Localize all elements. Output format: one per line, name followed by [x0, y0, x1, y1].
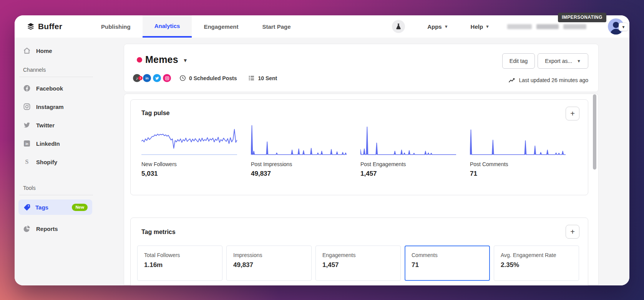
sidebar-item-twitter[interactable]: Twitter: [23, 116, 119, 134]
metric-value: 71: [470, 170, 566, 178]
sidebar-item-shopify[interactable]: S Shopify: [23, 153, 119, 171]
metric-tiles-row: Total Followers 1.16m Impressions 49,837…: [137, 246, 579, 281]
linkedin-icon: in: [23, 140, 31, 147]
alert-badge: !: [138, 76, 143, 80]
labs-flask-button[interactable]: [392, 20, 405, 33]
sidebar-item-label: Shopify: [36, 159, 57, 165]
brand-name: Buffer: [38, 22, 62, 31]
tag-header-panel: Memes ▼ ♪ ! in: [124, 44, 599, 92]
tag-pulse-card: Tag pulse + New Followers 5,031 Post Imp…: [130, 99, 588, 195]
tag-meta-row: ♪ ! in 0 Scheduled Posts: [133, 74, 277, 82]
tab-engagement[interactable]: Engagement: [192, 15, 250, 38]
metric-value: 49,837: [251, 170, 347, 178]
tag-metrics-card: Tag metrics + Total Followers 1.16m Impr…: [130, 218, 588, 285]
tools-section-label: Tools: [23, 185, 119, 191]
tile-value: 49,837: [233, 261, 311, 269]
pulse-metric: Post Comments 71: [470, 124, 566, 178]
sidebar-item-linkedin[interactable]: in LinkedIn: [23, 134, 119, 153]
sidebar: Home Channels Facebook Instagram: [15, 38, 119, 285]
tag-color-dot: [137, 57, 142, 63]
edit-tag-button[interactable]: Edit tag: [502, 53, 535, 69]
sidebar-item-tags[interactable]: Tags New: [18, 199, 92, 215]
card-title: Tag pulse: [141, 110, 170, 117]
nav-right-group: Apps▼ Help▼: [392, 15, 586, 38]
chevron-down-icon: ▼: [577, 59, 581, 63]
list-icon: [248, 75, 255, 81]
pulse-metric: Post Engagements 1,457: [360, 124, 456, 178]
home-icon: [23, 47, 31, 54]
shopify-icon: S: [23, 158, 31, 166]
tag-switcher-caret[interactable]: ▼: [183, 56, 188, 63]
top-navbar: Buffer Publishing Analytics Engagement S…: [15, 15, 629, 38]
tile-label: Engagements: [322, 252, 400, 258]
tiktok-avatar-icon[interactable]: ♪ !: [133, 74, 141, 82]
tile-label: Comments: [412, 252, 489, 258]
tile-value: 1,457: [322, 261, 400, 269]
pie-chart-icon: [23, 225, 31, 232]
metric-value: 5,031: [141, 170, 237, 178]
sidebar-item-label: Reports: [36, 226, 58, 232]
facebook-icon: [23, 84, 31, 92]
sidebar-item-label: Facebook: [36, 85, 63, 92]
tile-label: Total Followers: [144, 252, 222, 258]
tag-title-row: Memes ▼: [133, 54, 188, 65]
divider: [19, 77, 93, 77]
tile-comments-selected[interactable]: Comments 71: [405, 246, 490, 281]
chevron-down-icon: ▼: [444, 25, 448, 29]
tab-start-page[interactable]: Start Page: [250, 15, 302, 38]
sidebar-item-reports[interactable]: Reports: [23, 220, 58, 237]
tag-channel-avatars: ♪ ! in: [133, 74, 171, 82]
app-body: Home Channels Facebook Instagram: [15, 38, 629, 285]
redacted-user-name: [507, 24, 586, 29]
trending-icon: [508, 77, 515, 83]
flask-icon: [395, 23, 402, 30]
tab-analytics[interactable]: Analytics: [143, 15, 192, 38]
buffer-stack-icon: [27, 23, 35, 30]
tag-icon: [23, 203, 31, 211]
vertical-scrollbar[interactable]: [593, 94, 596, 170]
metric-label: Post Engagements: [360, 161, 456, 167]
chevron-down-icon: ▼: [485, 25, 490, 29]
page-title: Memes: [145, 54, 178, 65]
sidebar-item-home[interactable]: Home: [23, 45, 119, 56]
twitter-icon: [23, 121, 31, 129]
buffer-logo[interactable]: Buffer: [27, 15, 62, 38]
sparkline-new-followers: [141, 124, 237, 156]
add-metric-button[interactable]: +: [566, 225, 579, 239]
help-menu[interactable]: Help▼: [471, 23, 490, 30]
account-dropdown-caret[interactable]: ▼: [619, 23, 628, 31]
sidebar-item-label: Home: [36, 48, 52, 54]
divider: [19, 195, 93, 195]
sparkline-post-engagements: [360, 124, 456, 156]
impersonating-badge: IMPERSONATING: [558, 13, 606, 22]
tile-label: Avg. Engagement Rate: [501, 252, 579, 258]
tile-value: 2.35%: [501, 261, 579, 269]
channels-section-label: Channels: [23, 67, 119, 73]
add-metric-button[interactable]: +: [566, 107, 579, 120]
twitter-avatar-icon[interactable]: [153, 74, 161, 82]
metric-label: Post Comments: [470, 161, 566, 167]
metric-value: 1,457: [360, 170, 456, 178]
sparkline-post-impressions: [251, 124, 347, 156]
main-content: Memes ▼ ♪ ! in: [124, 44, 599, 285]
tab-publishing[interactable]: Publishing: [89, 15, 143, 38]
card-title: Tag metrics: [141, 229, 176, 236]
instagram-avatar-icon[interactable]: [163, 74, 171, 82]
tile-avg-engagement-rate[interactable]: Avg. Engagement Rate 2.35%: [494, 246, 579, 281]
analytics-scroll-panel: Tag pulse + New Followers 5,031 Post Imp…: [124, 94, 599, 285]
new-badge: New: [72, 204, 88, 211]
tile-value: 1.16m: [144, 261, 222, 269]
tile-impressions[interactable]: Impressions 49,837: [226, 246, 312, 281]
primary-nav: Publishing Analytics Engagement Start Pa…: [89, 15, 303, 38]
clock-icon: [179, 75, 186, 81]
linkedin-avatar-icon[interactable]: in: [143, 74, 151, 82]
metric-label: Post Impressions: [251, 161, 347, 167]
sidebar-item-instagram[interactable]: Instagram: [23, 97, 119, 116]
svg-text:S: S: [25, 158, 29, 165]
tile-total-followers[interactable]: Total Followers 1.16m: [137, 246, 222, 281]
tile-engagements[interactable]: Engagements 1,457: [315, 246, 401, 281]
export-as-button[interactable]: Export as...▼: [538, 53, 588, 69]
apps-menu[interactable]: Apps▼: [427, 23, 448, 30]
sparkline-post-comments: [470, 124, 566, 156]
sidebar-item-facebook[interactable]: Facebook: [23, 79, 119, 97]
